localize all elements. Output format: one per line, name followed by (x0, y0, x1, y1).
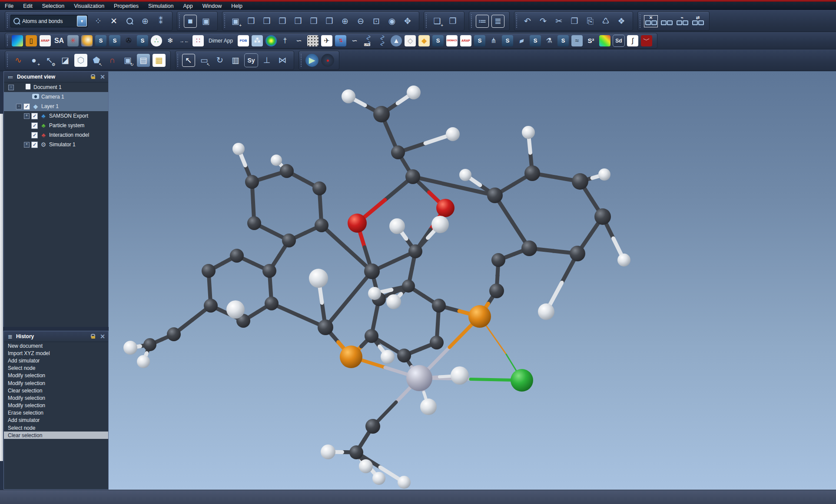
checkbox[interactable]: ✓ (31, 142, 38, 148)
arap-app-icon[interactable]: ARAP (40, 35, 51, 46)
menu-visualization[interactable]: Visualization (69, 2, 109, 10)
atom-H[interactable] (321, 445, 335, 459)
checkbox[interactable]: ✓ (31, 113, 38, 119)
tree-item-interaction-model[interactable]: +✓♣Interaction model (4, 130, 108, 140)
eraser-blue-icon[interactable]: ▰ (516, 35, 527, 46)
sa-app-icon[interactable]: SA (53, 35, 65, 46)
flask-icon[interactable]: ⚗ (544, 35, 555, 46)
expander-icon[interactable]: - (8, 85, 14, 90)
view-cube-right-icon[interactable]: ❒ (292, 15, 305, 28)
zoom-out-icon[interactable]: ⊖ (354, 15, 367, 28)
atom-H[interactable] (398, 476, 411, 489)
view-cube-front-icon[interactable]: ❒ (245, 15, 258, 28)
atom-H[interactable] (538, 303, 554, 320)
expander-icon[interactable]: - (16, 104, 22, 109)
lasso-select-icon[interactable]: ⬟↖ (90, 54, 103, 67)
history-item[interactable]: Erase selection (4, 409, 108, 417)
angle-tool-icon[interactable]: ⊥ (260, 54, 273, 67)
samson-app-icon[interactable]: S (557, 35, 569, 46)
paste-icon[interactable]: ⎘ (584, 15, 597, 28)
select-water-icon[interactable]: ⁑ (154, 15, 167, 28)
atom-C[interactable] (572, 173, 588, 190)
play-simulation-icon[interactable]: ▶ (305, 54, 318, 67)
atom-H[interactable] (522, 126, 535, 139)
atom-C[interactable] (349, 445, 363, 459)
atom-C[interactable] (202, 264, 216, 278)
toggle-history-icon[interactable]: ≣ (491, 15, 504, 28)
atom-H[interactable] (598, 168, 610, 181)
arap-interpolate-icon[interactable]: ARAP (460, 35, 471, 46)
atom-H[interactable] (226, 300, 245, 319)
view-cube-bottom-icon[interactable]: ❒ (323, 15, 336, 28)
spring-lite-icon[interactable]: ∿∿LITE (363, 35, 374, 46)
samson-app-icon[interactable]: S (95, 35, 106, 46)
atom-C[interactable] (230, 249, 244, 263)
atom-C[interactable] (167, 327, 181, 341)
noise-pattern-icon[interactable] (307, 35, 318, 46)
spring-icon[interactable]: ∿∿ (377, 35, 388, 46)
stereo-on-icon[interactable] (660, 16, 673, 27)
tree-item-particle-system[interactable]: +✓♣Particle system (4, 121, 108, 130)
atom-C[interactable] (524, 165, 540, 181)
save-view-icon[interactable]: ▣ (199, 15, 212, 28)
select-pointer-icon[interactable]: ↖ (182, 54, 195, 67)
compress-arrows-icon[interactable]: →← (179, 35, 190, 46)
honeycomb-icon[interactable]: ⬡ (74, 54, 87, 67)
paper-plane-icon[interactable]: ✈ (321, 35, 332, 46)
antenna-dots-icon[interactable]: ⋔ (488, 35, 499, 46)
tree-item-simulator-1[interactable]: +✓⚙Simulator 1 (4, 140, 108, 149)
ribbon-builder-icon[interactable]: ∿ (12, 54, 25, 67)
atom-H[interactable] (407, 86, 421, 99)
atom-H[interactable] (232, 143, 245, 155)
atom-P[interactable] (340, 346, 362, 368)
atom-H[interactable] (309, 269, 328, 288)
add-to-selection-icon[interactable]: ⊕ (139, 15, 152, 28)
dove-icon[interactable]: ∽ (349, 35, 360, 46)
menu-file[interactable]: File (0, 2, 18, 10)
samson-app-icon[interactable]: S (109, 35, 120, 46)
waves-panel-icon[interactable]: ≈ (571, 35, 583, 46)
dimer-app-label[interactable]: Dimer App (209, 38, 233, 44)
history-item[interactable]: Modify selection (4, 379, 108, 387)
record-icon[interactable]: ● (321, 54, 334, 67)
history-item[interactable]: New document (4, 342, 108, 349)
atom-P[interactable] (468, 305, 491, 328)
undo-icon[interactable]: ↶ (521, 15, 534, 28)
samson-app-icon[interactable]: S (502, 35, 513, 46)
fullscreen-icon[interactable]: ✥ (401, 15, 414, 28)
redo-icon[interactable]: ↷ (537, 15, 550, 28)
samson-app-icon[interactable]: S (474, 35, 485, 46)
add-sphere-icon[interactable]: ●+ (27, 54, 40, 67)
camera-rotate-icon[interactable]: ▣↻ (121, 54, 134, 67)
checkbox[interactable]: ✓ (31, 122, 38, 129)
film-strip-icon[interactable]: ▯ (26, 35, 37, 46)
dove-icon[interactable]: ∽ (293, 35, 305, 46)
open-document-icon[interactable]: ❐ (446, 15, 459, 28)
look-at-icon[interactable]: ◉ (385, 15, 398, 28)
history-item[interactable]: Modify selection (4, 394, 108, 402)
swoosh-icon[interactable]: ∫ (627, 35, 638, 46)
history-item[interactable]: Add simulator (4, 357, 108, 364)
atom-L[interactable] (511, 369, 533, 392)
view-cube-top-icon[interactable]: ❒ (307, 15, 320, 28)
gromacs-app-icon[interactable]: GROMACS (446, 35, 458, 46)
atom-C[interactable] (397, 349, 411, 362)
atom-H[interactable] (137, 355, 150, 368)
contour-map-icon[interactable] (81, 35, 93, 46)
atom-H[interactable] (359, 459, 373, 473)
history-item[interactable]: Select node (4, 424, 108, 432)
atom-C[interactable] (594, 208, 611, 225)
atom-O[interactable] (348, 214, 367, 233)
symbols-icon[interactable]: Sy (245, 54, 258, 67)
rainbow-radial-icon[interactable] (265, 35, 277, 46)
view-cube-left-icon[interactable]: ❒ (276, 15, 289, 28)
atom-H[interactable] (372, 472, 385, 485)
atom-C[interactable] (318, 320, 333, 335)
tree-item-samson-export[interactable]: +✓♣SAMSON Export (4, 111, 108, 121)
atom-H[interactable] (386, 294, 401, 309)
atom-C[interactable] (430, 336, 444, 349)
menu-window[interactable]: Window (198, 2, 226, 10)
view-cube-back-icon[interactable]: ❒ (260, 15, 273, 28)
atom-C[interactable] (247, 216, 261, 230)
copy-icon[interactable]: ❐ (568, 15, 581, 28)
